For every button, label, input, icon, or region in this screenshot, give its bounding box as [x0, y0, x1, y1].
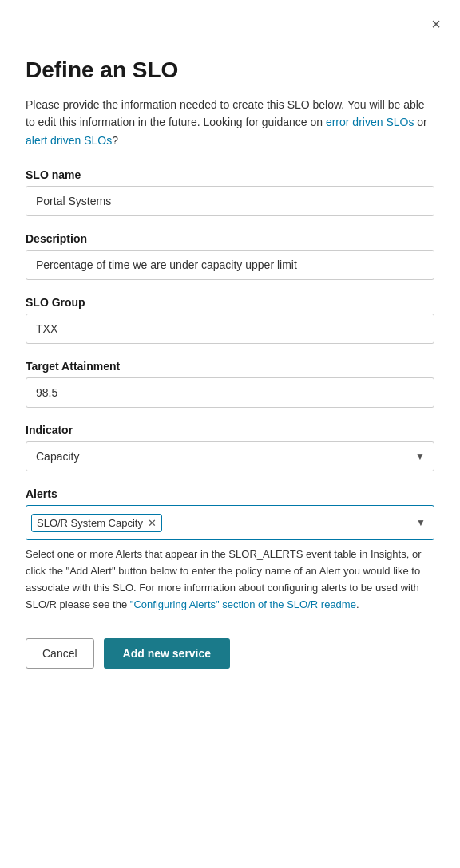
indicator-select[interactable]: Capacity Availability Latency Error Rate — [26, 441, 434, 471]
alert-driven-slos-link[interactable]: alert driven SLOs — [26, 134, 112, 147]
alert-tag-remove-button[interactable]: ✕ — [148, 518, 157, 528]
indicator-group: Indicator Capacity Availability Latency … — [26, 424, 434, 471]
alerts-field[interactable]: SLO/R System Capcity ✕ ▼ — [26, 505, 434, 540]
slo-name-input[interactable] — [26, 186, 434, 216]
slo-name-label: SLO name — [26, 168, 434, 181]
slo-group-label: SLO Group — [26, 296, 434, 309]
alerts-label: Alerts — [26, 487, 434, 500]
configuring-alerts-link[interactable]: "Configuring Alerts" section of the SLO/… — [130, 598, 356, 610]
alert-tag-text: SLO/R System Capcity — [37, 517, 143, 529]
button-row: Cancel Add new service — [26, 638, 434, 669]
indicator-label: Indicator — [26, 424, 434, 436]
add-service-button[interactable]: Add new service — [104, 638, 231, 669]
alerts-help-text: Select one or more Alerts that appear in… — [26, 546, 434, 613]
intro-text: Please provide the information needed to… — [26, 96, 434, 149]
intro-text-after: ? — [112, 134, 118, 147]
target-attainment-group: Target Attainment — [26, 360, 434, 408]
alerts-chevron-icon: ▼ — [416, 517, 426, 528]
description-group: Description — [26, 232, 434, 280]
page-title: Define an SLO — [26, 57, 434, 83]
slo-name-group: SLO name — [26, 168, 434, 216]
slo-group-group: SLO Group — [26, 296, 434, 344]
intro-text-middle: or — [414, 116, 426, 128]
cancel-button[interactable]: Cancel — [26, 638, 94, 669]
error-driven-slos-link[interactable]: error driven SLOs — [326, 116, 414, 128]
alerts-group: Alerts SLO/R System Capcity ✕ ▼ Select o… — [26, 487, 434, 613]
description-label: Description — [26, 232, 434, 245]
alert-tag: SLO/R System Capcity ✕ — [31, 514, 162, 532]
close-button[interactable]: × — [428, 13, 444, 35]
modal-container: × Define an SLO Please provide the infor… — [0, 0, 460, 868]
target-attainment-label: Target Attainment — [26, 360, 434, 373]
target-attainment-input[interactable] — [26, 377, 434, 408]
description-input[interactable] — [26, 250, 434, 280]
slo-group-input[interactable] — [26, 314, 434, 344]
indicator-select-wrapper: Capacity Availability Latency Error Rate… — [26, 441, 434, 471]
alerts-help-after: . — [356, 598, 359, 610]
